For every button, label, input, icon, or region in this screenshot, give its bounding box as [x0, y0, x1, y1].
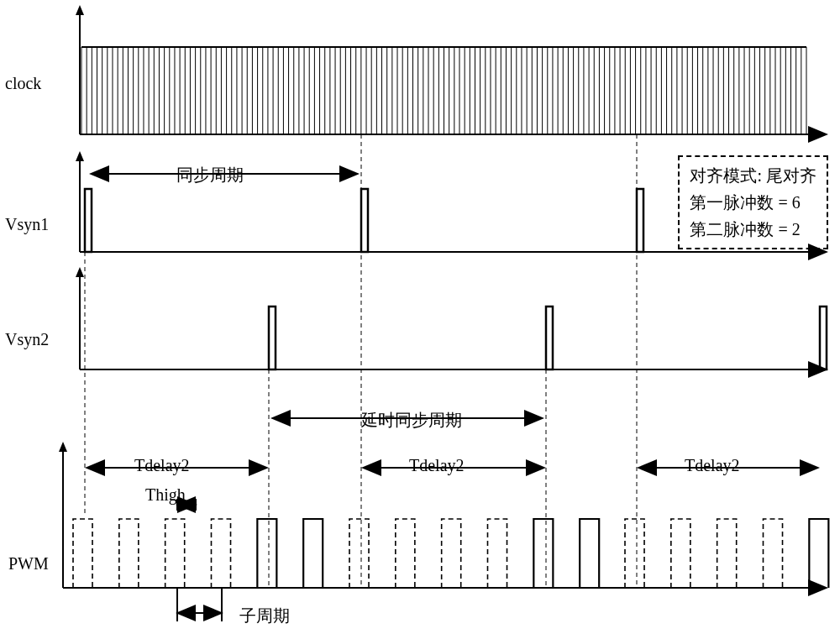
- thigh-arrow: [177, 499, 196, 511]
- timing-diagram-canvas: clock Vsyn1 Vsyn2 PWM 同步周期 延时同步周期 Tdelay…: [0, 0, 840, 634]
- svg-rect-148: [637, 189, 643, 252]
- clock-row: [76, 5, 827, 134]
- timing-svg: [0, 0, 840, 634]
- vsyn2-row: [76, 267, 827, 369]
- pwm-row: [59, 442, 840, 588]
- dashed-guides-vsyn2: [269, 369, 546, 588]
- svg-rect-151: [269, 307, 276, 369]
- svg-rect-146: [85, 189, 92, 252]
- sub-period-arrow: [177, 588, 222, 621]
- svg-rect-147: [361, 189, 368, 252]
- svg-rect-153: [820, 307, 827, 369]
- svg-rect-152: [546, 307, 553, 369]
- vsyn1-row: [76, 151, 827, 252]
